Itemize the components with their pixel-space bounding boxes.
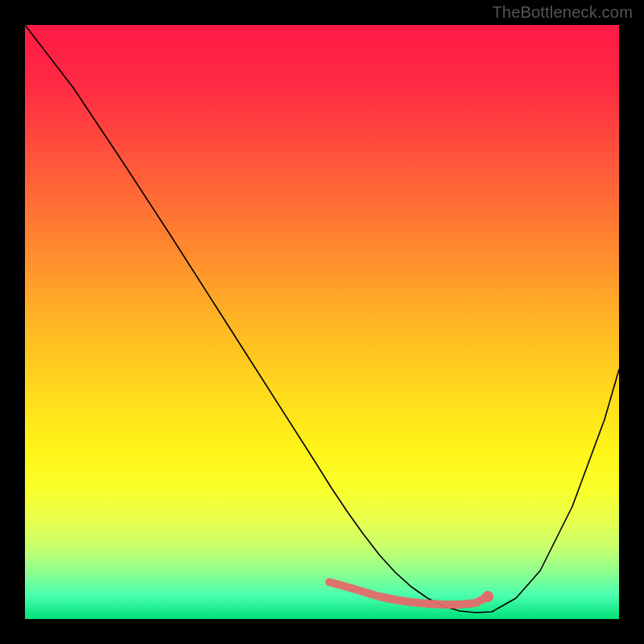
optimal-range-highlight — [329, 582, 488, 605]
optimal-range-end-marker — [482, 591, 493, 602]
watermark-text: TheBottleneck.com — [492, 3, 633, 22]
plot-area — [25, 25, 619, 619]
chart-frame: TheBottleneck.com — [0, 0, 644, 644]
curve-layer — [25, 25, 619, 619]
bottleneck-curve — [25, 25, 619, 613]
